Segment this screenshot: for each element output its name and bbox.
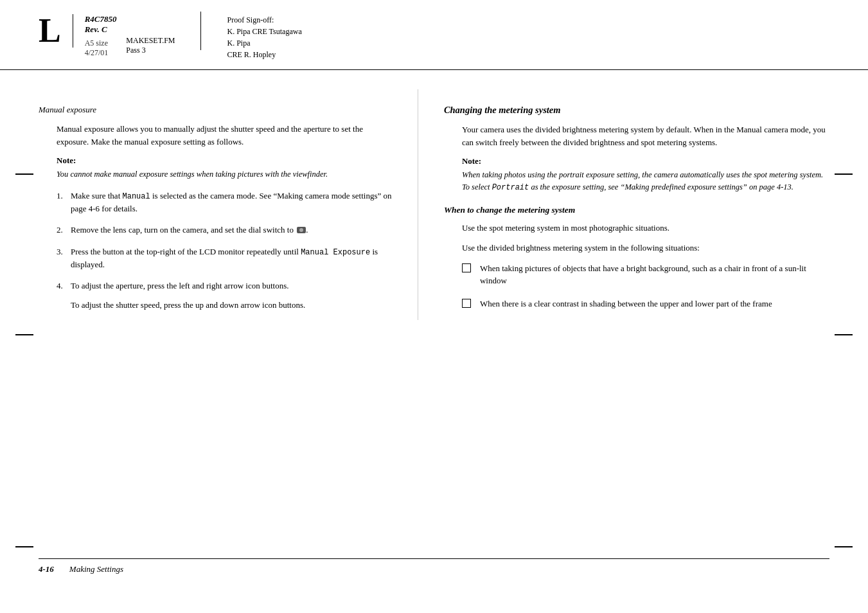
left-column: Manual exposure Manual exposure allows y… (39, 89, 418, 320)
margin-mark (15, 546, 33, 547)
page-wrapper: L R4C7850 Rev. C A5 size 4/27/01 MAKESET… (0, 0, 868, 613)
main-content: Manual exposure Manual exposure allows y… (0, 70, 868, 320)
portrait-mono: Portrait (492, 183, 529, 192)
right-note-label: Note: (462, 156, 829, 166)
bullet-item-1: When taking pictures of objects that hav… (462, 262, 829, 287)
footer-title: Making Settings (69, 564, 123, 574)
header-size: A5 size (85, 39, 108, 48)
proof-line-2: K. Pipa (227, 37, 301, 49)
margin-mark (835, 173, 853, 175)
subsection-intro2: Use the divided brightness metering syst… (462, 242, 829, 254)
step-4-text: To adjust the aperture, press the left a… (71, 280, 392, 311)
footer-page: 4-16 (39, 564, 54, 574)
header-divider (200, 12, 201, 50)
header-size-date: A5 size 4/27/01 (85, 39, 109, 58)
step-3-text: Press the button at the top-right of the… (71, 245, 392, 271)
bullet-checkbox-2 (462, 299, 471, 308)
header-meta: R4C7850 Rev. C A5 size 4/27/01 MAKESET.F… (85, 12, 175, 58)
proof-label: Proof Sign-off: (227, 14, 301, 26)
step-3-mono: Manual Exposure (301, 248, 370, 257)
bullet-text-1: When taking pictures of objects that hav… (480, 262, 829, 287)
step-2-num: 2. (57, 224, 71, 236)
right-note-text: When taking photos using the portrait ex… (462, 169, 829, 193)
header-l-letter: L (39, 14, 73, 48)
step-3: 3. Press the button at the top-right of … (57, 245, 392, 271)
page-header: L R4C7850 Rev. C A5 size 4/27/01 MAKESET… (0, 0, 868, 70)
subsection-title: When to change the metering system (444, 205, 829, 215)
header-proof: Proof Sign-off: K. Pipa CRE Tsutagawa K.… (227, 12, 301, 60)
step-2-text: Remove the lens cap, turn on the camera,… (71, 224, 392, 236)
left-note-text: You cannot make manual exposure settings… (57, 168, 392, 181)
step-3-num: 3. (57, 245, 71, 271)
margin-mark (15, 173, 33, 175)
step-1: 1. Make sure that Manual is selected as … (57, 190, 392, 215)
margin-mark (15, 334, 33, 335)
bullet-list: When taking pictures of objects that hav… (462, 262, 829, 310)
subsection-intro1: Use the spot metering system in most pho… (462, 222, 829, 235)
step-1-num: 1. (57, 190, 71, 215)
header-meta-row: A5 size 4/27/01 MAKESET.FM Pass 3 (85, 36, 175, 58)
left-section-title: Manual exposure (39, 105, 392, 115)
right-column: Changing the metering system Your camera… (418, 89, 829, 320)
header-model: R4C7850 (85, 14, 175, 24)
step-4-sub: To adjust the shutter speed, press the u… (71, 299, 392, 312)
header-left: L R4C7850 Rev. C A5 size 4/27/01 MAKESET… (39, 12, 175, 60)
step-1-mono: Manual (123, 192, 150, 201)
bullet-item-2: When there is a clear contrast in shadin… (462, 298, 829, 310)
header-pass: Pass 3 (126, 46, 145, 55)
proof-line-1: K. Pipa CRE Tsutagawa (227, 26, 301, 37)
header-makeset-col: MAKESET.FM Pass 3 (126, 36, 175, 55)
bullet-text-2: When there is a clear contrast in shadin… (480, 298, 772, 310)
page-footer: 4-16 Making Settings (39, 558, 829, 574)
header-makeset: MAKESET.FM (126, 36, 175, 45)
header-rev: Rev. C (85, 24, 175, 35)
header-date: 4/27/01 (85, 48, 109, 57)
step-2: 2. Remove the lens cap, turn on the came… (57, 224, 392, 236)
proof-line-3: CRE R. Hopley (227, 49, 301, 60)
step-1-text: Make sure that Manual is selected as the… (71, 190, 392, 215)
margin-mark (835, 334, 853, 335)
bullet-checkbox-1 (462, 263, 471, 272)
left-intro: Manual exposure allows you to manually a… (57, 123, 392, 148)
camera-icon (297, 227, 306, 233)
step-4-num: 4. (57, 280, 71, 311)
right-intro: Your camera uses the divided brightness … (462, 123, 829, 148)
margin-mark (835, 546, 853, 547)
steps-list: 1. Make sure that Manual is selected as … (57, 190, 392, 312)
left-note-label: Note: (57, 155, 392, 166)
step-4: 4. To adjust the aperture, press the lef… (57, 280, 392, 311)
right-section-title: Changing the metering system (444, 105, 829, 116)
